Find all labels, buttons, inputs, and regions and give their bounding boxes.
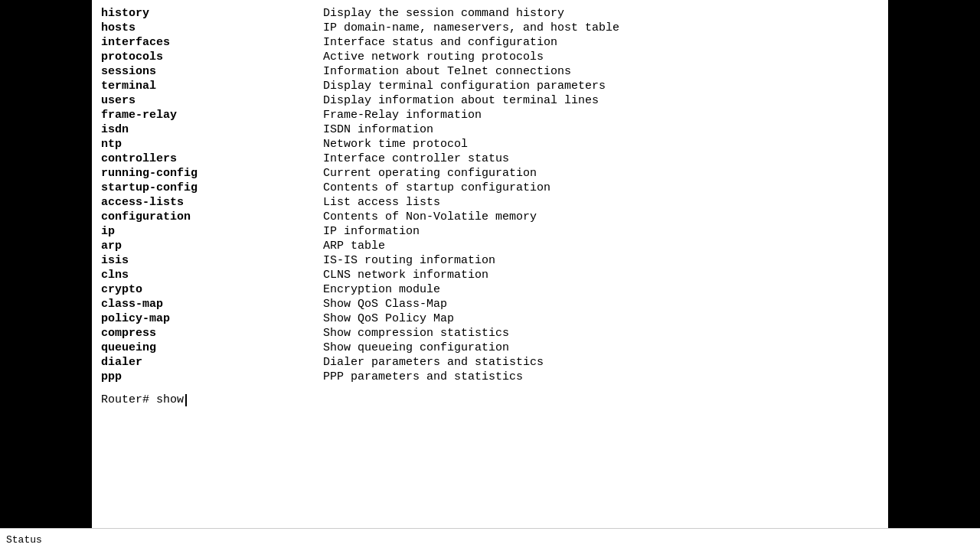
- command-desc: Interface status and configuration: [323, 35, 879, 50]
- table-row: pppPPP parameters and statistics: [101, 370, 879, 384]
- command-name: terminal: [101, 79, 323, 93]
- terminal-content[interactable]: historyDisplay the session command histo…: [92, 0, 888, 528]
- command-name: policy-map: [101, 311, 323, 326]
- status-label: Status: [6, 534, 42, 546]
- command-table: historyDisplay the session command histo…: [101, 6, 879, 384]
- table-row: controllersInterface controller status: [101, 152, 879, 166]
- command-desc: Frame-Relay information: [323, 108, 879, 122]
- command-desc: Show queueing configuration: [323, 341, 879, 355]
- command-desc: IS-IS routing information: [323, 253, 879, 268]
- command-desc: Dialer parameters and statistics: [323, 355, 879, 370]
- command-name: hosts: [101, 21, 323, 35]
- command-name: history: [101, 6, 323, 21]
- command-desc: Show QoS Class-Map: [323, 297, 879, 311]
- command-name: isis: [101, 253, 323, 268]
- command-name: arp: [101, 239, 323, 253]
- table-row: startup-configContents of startup config…: [101, 181, 879, 195]
- command-name: clns: [101, 268, 323, 282]
- cursor: [185, 394, 187, 406]
- command-desc: Current operating configuration: [323, 166, 879, 181]
- command-desc: CLNS network information: [323, 268, 879, 282]
- command-desc: Display information about terminal lines: [323, 93, 879, 108]
- left-bar: [0, 0, 92, 528]
- table-row: interfacesInterface status and configura…: [101, 35, 879, 50]
- table-row: ntpNetwork time protocol: [101, 137, 879, 152]
- command-name: protocols: [101, 50, 323, 64]
- command-desc: Active network routing protocols: [323, 50, 879, 64]
- table-row: isisIS-IS routing information: [101, 253, 879, 268]
- command-name: controllers: [101, 152, 323, 166]
- table-row: class-mapShow QoS Class-Map: [101, 297, 879, 311]
- command-desc: List access lists: [323, 195, 879, 210]
- command-name: access-lists: [101, 195, 323, 210]
- command-name: ntp: [101, 137, 323, 152]
- table-row: policy-mapShow QoS Policy Map: [101, 311, 879, 326]
- command-desc: IP domain-name, nameservers, and host ta…: [323, 21, 879, 35]
- terminal-wrapper: historyDisplay the session command histo…: [0, 0, 980, 528]
- prompt-text: Router# show: [101, 393, 184, 406]
- command-desc: Show QoS Policy Map: [323, 311, 879, 326]
- command-name: crypto: [101, 282, 323, 297]
- table-row: dialerDialer parameters and statistics: [101, 355, 879, 370]
- table-row: sessionsInformation about Telnet connect…: [101, 64, 879, 79]
- command-desc: PPP parameters and statistics: [323, 370, 879, 384]
- table-row: clnsCLNS network information: [101, 268, 879, 282]
- command-desc: ARP table: [323, 239, 879, 253]
- table-row: terminalDisplay terminal configuration p…: [101, 79, 879, 93]
- status-bar: Status: [0, 528, 980, 551]
- command-name: class-map: [101, 297, 323, 311]
- command-name: startup-config: [101, 181, 323, 195]
- command-desc: Contents of startup configuration: [323, 181, 879, 195]
- command-name: isdn: [101, 122, 323, 137]
- right-bar: [888, 0, 980, 528]
- command-name: ppp: [101, 370, 323, 384]
- table-row: running-configCurrent operating configur…: [101, 166, 879, 181]
- command-name: dialer: [101, 355, 323, 370]
- table-row: hostsIP domain-name, nameservers, and ho…: [101, 21, 879, 35]
- table-row: cryptoEncryption module: [101, 282, 879, 297]
- table-row: configurationContents of Non-Volatile me…: [101, 210, 879, 224]
- command-desc: Show compression statistics: [323, 326, 879, 341]
- command-name: running-config: [101, 166, 323, 181]
- table-row: access-listsList access lists: [101, 195, 879, 210]
- table-row: historyDisplay the session command histo…: [101, 6, 879, 21]
- command-desc: Interface controller status: [323, 152, 879, 166]
- command-desc: ISDN information: [323, 122, 879, 137]
- command-desc: Display the session command history: [323, 6, 879, 21]
- command-desc: IP information: [323, 224, 879, 239]
- table-row: frame-relayFrame-Relay information: [101, 108, 879, 122]
- command-name: frame-relay: [101, 108, 323, 122]
- command-name: sessions: [101, 64, 323, 79]
- command-name: ip: [101, 224, 323, 239]
- table-row: queueingShow queueing configuration: [101, 341, 879, 355]
- command-name: configuration: [101, 210, 323, 224]
- command-desc: Display terminal configuration parameter…: [323, 79, 879, 93]
- table-row: usersDisplay information about terminal …: [101, 93, 879, 108]
- command-name: interfaces: [101, 35, 323, 50]
- command-name: users: [101, 93, 323, 108]
- command-desc: Network time protocol: [323, 137, 879, 152]
- command-desc: Information about Telnet connections: [323, 64, 879, 79]
- table-row: ipIP information: [101, 224, 879, 239]
- command-desc: Encryption module: [323, 282, 879, 297]
- table-row: isdnISDN information: [101, 122, 879, 137]
- table-row: compressShow compression statistics: [101, 326, 879, 341]
- command-name: compress: [101, 326, 323, 341]
- command-name: queueing: [101, 341, 323, 355]
- table-row: protocolsActive network routing protocol…: [101, 50, 879, 64]
- command-desc: Contents of Non-Volatile memory: [323, 210, 879, 224]
- table-row: arpARP table: [101, 239, 879, 253]
- command-prompt[interactable]: Router# show: [101, 393, 879, 406]
